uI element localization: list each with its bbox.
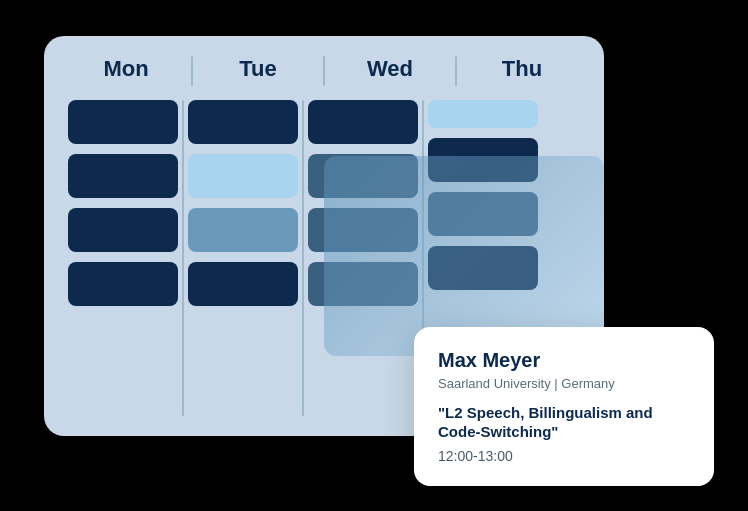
wed-event-3[interactable] — [308, 208, 418, 252]
day-col-tue: Tue — [203, 56, 313, 86]
wed-event-1[interactable] — [308, 100, 418, 144]
tue-event-3[interactable] — [188, 208, 298, 252]
wed-events — [308, 100, 418, 416]
scene: Mon Tue Wed Thu — [34, 26, 714, 486]
tue-event-1[interactable] — [188, 100, 298, 144]
wed-event-2[interactable] — [308, 154, 418, 198]
wed-event-4[interactable] — [308, 262, 418, 306]
popup-card[interactable]: Max Meyer Saarland University | Germany … — [414, 327, 714, 486]
tue-events — [188, 100, 298, 416]
day-label-wed: Wed — [367, 56, 413, 82]
mon-event-1[interactable] — [68, 100, 178, 144]
mon-event-4[interactable] — [68, 262, 178, 306]
day-label-thu: Thu — [502, 56, 542, 82]
day-label-tue: Tue — [239, 56, 276, 82]
popup-affiliation: Saarland University | Germany — [438, 376, 690, 391]
tue-event-4[interactable] — [188, 262, 298, 306]
popup-talk-title: "L2 Speech, Billingualism and Code-Switc… — [438, 403, 690, 442]
separator-2 — [323, 56, 325, 86]
day-col-thu: Thu — [467, 56, 577, 86]
thu-event-1[interactable] — [428, 100, 538, 128]
thu-event-3[interactable] — [428, 192, 538, 236]
separator-3 — [455, 56, 457, 86]
mon-event-3[interactable] — [68, 208, 178, 252]
thu-event-4[interactable] — [428, 246, 538, 290]
day-col-wed: Wed — [335, 56, 445, 86]
mon-event-2[interactable] — [68, 154, 178, 198]
mon-events — [68, 100, 178, 416]
calendar-header: Mon Tue Wed Thu — [68, 56, 580, 86]
day-label-mon: Mon — [103, 56, 148, 82]
separator-1 — [191, 56, 193, 86]
day-col-mon: Mon — [71, 56, 181, 86]
thu-event-2[interactable] — [428, 138, 538, 182]
popup-time: 12:00-13:00 — [438, 448, 690, 464]
tue-event-2[interactable] — [188, 154, 298, 198]
col-sep-1 — [182, 100, 184, 416]
col-sep-2 — [302, 100, 304, 416]
popup-speaker-name: Max Meyer — [438, 349, 690, 372]
